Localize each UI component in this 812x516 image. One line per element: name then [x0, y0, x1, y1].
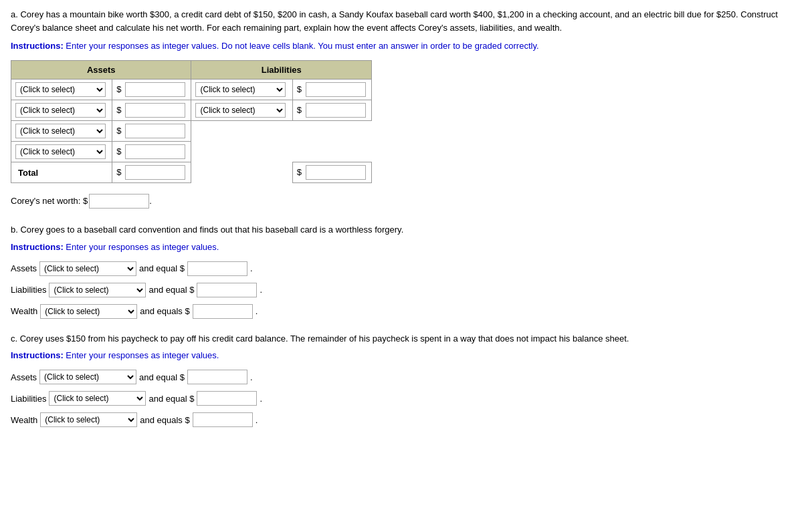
- liability-dollar-cell-2: $: [292, 100, 371, 121]
- instructions-b-text: Enter your responses as integer values.: [64, 242, 219, 252]
- total-assets-cell: $: [112, 162, 191, 183]
- b-liabilities-label: Liabilities: [11, 285, 46, 295]
- section-b: b. Corey goes to a baseball card convent…: [11, 223, 801, 319]
- net-worth-line: Corey's net worth: $.: [11, 194, 801, 209]
- asset-select-cell-2: (Click to select) Mountain bike Cash Bas…: [11, 100, 112, 121]
- c-wealth-label: Wealth: [11, 415, 37, 425]
- net-worth-input[interactable]: [89, 194, 149, 209]
- asset-dollar-cell-1: $: [112, 80, 191, 100]
- total-row: Total $ $: [11, 162, 372, 183]
- asset-select-cell-3: (Click to select) Mountain bike Cash Bas…: [11, 121, 112, 142]
- asset-select-2[interactable]: (Click to select) Mountain bike Cash Bas…: [15, 103, 106, 118]
- dollar-sign-total-a: $: [116, 167, 121, 177]
- c-wealth-and-equals: and equals $: [140, 415, 189, 425]
- total-label: Total: [15, 168, 38, 178]
- b-liabilities-input[interactable]: [197, 283, 257, 297]
- dollar-sign-total-l: $: [297, 167, 302, 177]
- table-row: (Click to select) Mountain bike Cash Bas…: [11, 121, 372, 142]
- liability-select-cell-1: (Click to select) Credit card debt Elect…: [191, 80, 292, 100]
- liabilities-header: Liabilities: [191, 61, 372, 80]
- empty-cell-2: [292, 121, 371, 142]
- liability-dollar-cell-1: $: [292, 80, 371, 100]
- b-wealth-select[interactable]: (Click to select) decrease increase no c…: [40, 304, 137, 319]
- c-liabilities-input[interactable]: [197, 391, 257, 406]
- problem-b-text: b. Corey goes to a baseball card convent…: [11, 223, 801, 237]
- asset-select-cell-1: (Click to select) Mountain bike Cash Bas…: [11, 80, 112, 100]
- asset-dollar-cell-2: $: [112, 100, 191, 121]
- b-liabilities-and-equal: and equal $: [148, 285, 194, 295]
- problem-c-text: c. Corey uses $150 from his paycheck to …: [11, 332, 801, 346]
- c-assets-select[interactable]: (Click to select) decrease increase no c…: [39, 370, 136, 384]
- c-assets-input[interactable]: [187, 370, 247, 384]
- liability-input-1[interactable]: [306, 82, 366, 97]
- table-row: (Click to select) Mountain bike Cash Bas…: [11, 142, 372, 162]
- empty-cell-3: [191, 142, 292, 162]
- dollar-sign-3: $: [116, 126, 121, 136]
- asset-select-3[interactable]: (Click to select) Mountain bike Cash Bas…: [15, 124, 106, 138]
- instructions-a: Instructions: Enter your responses as in…: [11, 41, 801, 51]
- b-assets-and-equal: and equal $: [139, 263, 185, 273]
- empty-cell-4: [292, 142, 371, 162]
- problem-a-text: a. Corey has a mountain bike worth $300,…: [11, 8, 801, 34]
- dollar-sign-1: $: [116, 84, 121, 94]
- asset-select-cell-4: (Click to select) Mountain bike Cash Bas…: [11, 142, 112, 162]
- instructions-b: Instructions: Enter your responses as in…: [11, 242, 801, 252]
- dollar-sign-l1: $: [297, 84, 302, 94]
- asset-dollar-cell-4: $: [112, 142, 191, 162]
- dollar-sign-l2: $: [297, 105, 302, 115]
- c-assets-and-equal: and equal $: [139, 372, 185, 382]
- assets-header: Assets: [11, 61, 191, 80]
- table-row: (Click to select) Mountain bike Cash Bas…: [11, 80, 372, 100]
- liability-select-2[interactable]: (Click to select) Credit card debt Elect…: [195, 103, 286, 118]
- b-wealth-input[interactable]: [193, 304, 253, 319]
- instructions-c-label: Instructions:: [11, 350, 64, 360]
- total-label-cell: Total: [11, 162, 112, 183]
- dollar-sign-4: $: [116, 146, 121, 156]
- c-assets-label: Assets: [11, 372, 37, 382]
- asset-dollar-cell-3: $: [112, 121, 191, 142]
- asset-select-4[interactable]: (Click to select) Mountain bike Cash Bas…: [15, 144, 106, 159]
- section-c: c. Corey uses $150 from his paycheck to …: [11, 332, 801, 428]
- c-wealth-input[interactable]: [193, 412, 253, 427]
- empty-cell-1: [191, 121, 292, 142]
- total-liabilities-cell: $: [292, 162, 371, 183]
- b-assets-select[interactable]: (Click to select) decrease increase no c…: [39, 261, 136, 276]
- instructions-a-text: Enter your responses as integer values. …: [64, 41, 539, 51]
- b-wealth-and-equals: and equals $: [140, 306, 189, 316]
- empty-total-1: [191, 162, 292, 183]
- liability-select-cell-2: (Click to select) Credit card debt Elect…: [191, 100, 292, 121]
- asset-input-4[interactable]: [125, 144, 185, 159]
- b-wealth-label: Wealth: [11, 306, 37, 316]
- asset-input-3[interactable]: [125, 124, 185, 138]
- b-assets-input[interactable]: [187, 261, 247, 276]
- liability-select-1[interactable]: (Click to select) Credit card debt Elect…: [195, 82, 286, 97]
- total-assets-input[interactable]: [125, 165, 185, 180]
- c-liabilities-label: Liabilities: [11, 394, 46, 404]
- c-liabilities-select[interactable]: (Click to select) decrease increase no c…: [49, 391, 146, 406]
- asset-input-2[interactable]: [125, 103, 185, 118]
- total-liabilities-input[interactable]: [306, 165, 366, 180]
- asset-select-1[interactable]: (Click to select) Mountain bike Cash Bas…: [15, 82, 106, 97]
- b-assets-label: Assets: [11, 263, 37, 273]
- c-liabilities-and-equal: and equal $: [148, 394, 194, 404]
- c-assets-row: Assets (Click to select) decrease increa…: [11, 370, 801, 384]
- b-assets-row: Assets (Click to select) decrease increa…: [11, 261, 801, 276]
- instructions-c-text: Enter your responses as integer values.: [64, 350, 219, 360]
- instructions-a-label: Instructions:: [11, 41, 64, 51]
- net-worth-label: Corey's net worth: $: [11, 196, 88, 206]
- c-wealth-select[interactable]: (Click to select) decrease increase no c…: [40, 412, 137, 427]
- c-liabilities-row: Liabilities (Click to select) decrease i…: [11, 391, 801, 406]
- balance-sheet-table: Assets Liabilities (Click to select) Mou…: [11, 60, 372, 183]
- liability-input-2[interactable]: [306, 103, 366, 118]
- c-wealth-row: Wealth (Click to select) decrease increa…: [11, 412, 801, 427]
- b-liabilities-select[interactable]: (Click to select) decrease increase no c…: [49, 283, 146, 297]
- table-row: (Click to select) Mountain bike Cash Bas…: [11, 100, 372, 121]
- dollar-sign-2: $: [116, 105, 121, 115]
- instructions-c: Instructions: Enter your responses as in…: [11, 350, 801, 360]
- b-liabilities-row: Liabilities (Click to select) decrease i…: [11, 283, 801, 297]
- b-wealth-row: Wealth (Click to select) decrease increa…: [11, 304, 801, 319]
- asset-input-1[interactable]: [125, 82, 185, 97]
- instructions-b-label: Instructions:: [11, 242, 64, 252]
